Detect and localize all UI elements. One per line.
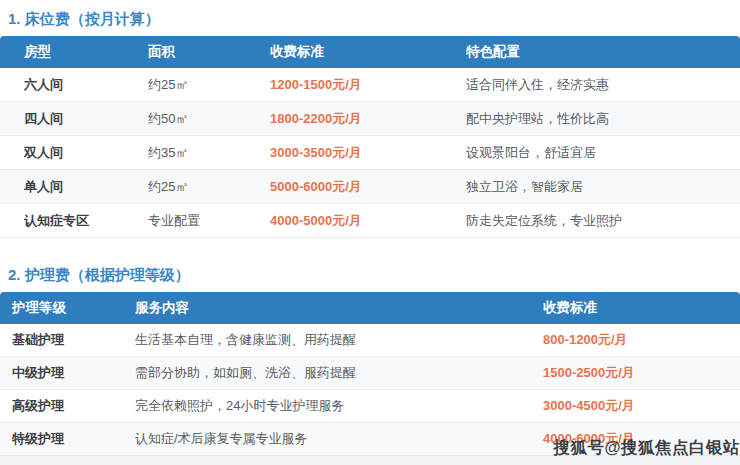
cell: 适合同伴入住，经济实惠 (466, 76, 740, 94)
cell: 设观景阳台，舒适宜居 (466, 144, 740, 162)
table-row: 单人间约25㎡5000-6000元/月独立卫浴，智能家居 (0, 170, 740, 204)
cell-price: 1800-2200元/月 (270, 110, 466, 128)
cell: 独立卫浴，智能家居 (466, 178, 740, 196)
column-header: 收费标准 (270, 43, 466, 61)
section-title-nursing-fee: 2. 护理费（根据护理等级） (8, 264, 740, 286)
cell-category: 基础护理 (12, 331, 135, 349)
cell-price: 4000-5000元/月 (270, 212, 466, 230)
table-row: 认知症专区专业配置4000-5000元/月防走失定位系统，专业照护 (0, 204, 740, 238)
bed-fee-table-body: 六人间约25㎡1200-1500元/月适合同伴入住，经济实惠四人间约50㎡180… (0, 68, 740, 238)
bed-fee-table: 房型面积收费标准特色配置 六人间约25㎡1200-1500元/月适合同伴入住，经… (0, 36, 740, 238)
cell-category: 认知症专区 (24, 212, 148, 230)
cell: 约25㎡ (148, 178, 270, 196)
cell-category: 高级护理 (12, 397, 135, 415)
column-header: 护理等级 (12, 299, 135, 317)
cell: 约50㎡ (148, 110, 270, 128)
cell-category: 中级护理 (12, 364, 135, 382)
pricing-article: 1. 床位费（按月计算） 房型面积收费标准特色配置 六人间约25㎡1200-15… (0, 0, 740, 456)
cell: 专业配置 (148, 212, 270, 230)
section-title-bed-fee: 1. 床位费（按月计算） (8, 8, 740, 30)
column-header: 收费标准 (543, 299, 740, 317)
watermark-text: 搜狐号@搜狐焦点白银站 (553, 437, 740, 459)
cell: 约35㎡ (148, 144, 270, 162)
column-header: 服务内容 (135, 299, 543, 317)
table-row: 双人间约35㎡3000-3500元/月设观景阳台，舒适宜居 (0, 136, 740, 170)
table-row: 高级护理完全依赖照护，24小时专业护理服务3000-4500元/月 (0, 390, 740, 423)
cell: 防走失定位系统，专业照护 (466, 212, 740, 230)
cell: 需部分协助，如如厕、洗浴、服药提醒 (135, 364, 543, 382)
table-row: 中级护理需部分协助，如如厕、洗浴、服药提醒1500-2500元/月 (0, 357, 740, 390)
cell: 生活基本自理，含健康监测、用药提醒 (135, 331, 543, 349)
nursing-fee-table-header: 护理等级服务内容收费标准 (0, 292, 740, 324)
cell: 认知症/术后康复专属专业服务 (135, 430, 543, 448)
cell-category: 六人间 (24, 76, 148, 94)
cell: 完全依赖照护，24小时专业护理服务 (135, 397, 543, 415)
table-row: 六人间约25㎡1200-1500元/月适合同伴入住，经济实惠 (0, 68, 740, 102)
cell-category: 特级护理 (12, 430, 135, 448)
cell: 约25㎡ (148, 76, 270, 94)
nursing-fee-table: 护理等级服务内容收费标准 基础护理生活基本自理，含健康监测、用药提醒800-12… (0, 292, 740, 456)
column-header: 特色配置 (466, 43, 740, 61)
cell-price: 800-1200元/月 (543, 331, 740, 349)
cell-price: 3000-3500元/月 (270, 144, 466, 162)
cell-price: 1500-2500元/月 (543, 364, 740, 382)
table-row: 基础护理生活基本自理，含健康监测、用药提醒800-1200元/月 (0, 324, 740, 357)
table-row: 四人间约50㎡1800-2200元/月配中央护理站，性价比高 (0, 102, 740, 136)
column-header: 房型 (24, 43, 148, 61)
cell: 配中央护理站，性价比高 (466, 110, 740, 128)
cell-price: 3000-4500元/月 (543, 397, 740, 415)
cell-category: 双人间 (24, 144, 148, 162)
cell-category: 单人间 (24, 178, 148, 196)
cell-price: 5000-6000元/月 (270, 178, 466, 196)
column-header: 面积 (148, 43, 270, 61)
bed-fee-table-header: 房型面积收费标准特色配置 (0, 36, 740, 68)
cell-price: 1200-1500元/月 (270, 76, 466, 94)
cell-category: 四人间 (24, 110, 148, 128)
